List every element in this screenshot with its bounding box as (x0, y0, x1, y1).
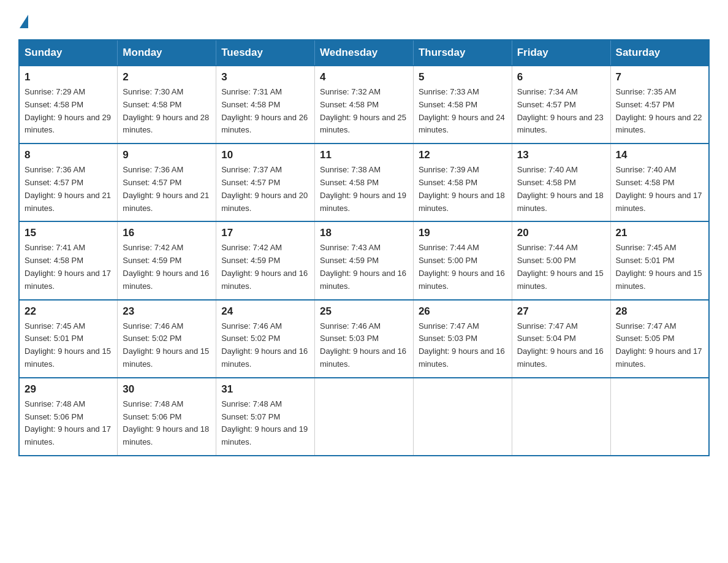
calendar-header-row: SundayMondayTuesdayWednesdayThursdayFrid… (19, 40, 709, 66)
day-number: 20 (517, 227, 605, 239)
calendar-cell: 19 Sunrise: 7:44 AM Sunset: 5:00 PM Dayl… (413, 221, 512, 299)
calendar-cell: 24 Sunrise: 7:46 AM Sunset: 5:02 PM Dayl… (216, 300, 315, 378)
day-number: 15 (25, 227, 112, 239)
day-number: 23 (123, 305, 211, 318)
day-info: Sunrise: 7:40 AM Sunset: 4:58 PM Dayligh… (517, 164, 605, 215)
weekday-header-friday: Friday (512, 40, 610, 66)
day-info: Sunrise: 7:39 AM Sunset: 4:58 PM Dayligh… (419, 164, 507, 215)
calendar-cell: 17 Sunrise: 7:42 AM Sunset: 4:59 PM Dayl… (216, 221, 315, 299)
day-number: 11 (320, 149, 408, 161)
day-info: Sunrise: 7:34 AM Sunset: 4:57 PM Dayligh… (517, 86, 605, 137)
weekday-header-thursday: Thursday (413, 40, 512, 66)
day-info: Sunrise: 7:44 AM Sunset: 5:00 PM Dayligh… (419, 242, 507, 293)
day-info: Sunrise: 7:37 AM Sunset: 4:57 PM Dayligh… (221, 164, 309, 215)
day-info: Sunrise: 7:30 AM Sunset: 4:58 PM Dayligh… (123, 86, 211, 137)
day-number: 8 (25, 149, 112, 161)
logo-triangle-icon (20, 15, 28, 28)
day-number: 5 (419, 71, 507, 83)
calendar-cell: 7 Sunrise: 7:35 AM Sunset: 4:57 PM Dayli… (610, 66, 709, 144)
day-info: Sunrise: 7:33 AM Sunset: 4:58 PM Dayligh… (419, 86, 507, 137)
calendar-cell: 30 Sunrise: 7:48 AM Sunset: 5:06 PM Dayl… (118, 378, 216, 456)
day-info: Sunrise: 7:42 AM Sunset: 4:59 PM Dayligh… (123, 242, 211, 293)
day-info: Sunrise: 7:35 AM Sunset: 4:57 PM Dayligh… (616, 86, 703, 137)
day-info: Sunrise: 7:36 AM Sunset: 4:57 PM Dayligh… (123, 164, 211, 215)
day-number: 6 (517, 71, 605, 83)
day-info: Sunrise: 7:29 AM Sunset: 4:58 PM Dayligh… (25, 86, 112, 137)
calendar-cell: 14 Sunrise: 7:40 AM Sunset: 4:58 PM Dayl… (610, 144, 709, 221)
calendar-cell: 4 Sunrise: 7:32 AM Sunset: 4:58 PM Dayli… (315, 66, 414, 144)
day-number: 7 (616, 71, 703, 83)
weekday-header-monday: Monday (118, 40, 216, 66)
day-info: Sunrise: 7:41 AM Sunset: 4:58 PM Dayligh… (25, 242, 112, 293)
calendar-cell: 20 Sunrise: 7:44 AM Sunset: 5:00 PM Dayl… (512, 221, 610, 299)
day-info: Sunrise: 7:36 AM Sunset: 4:57 PM Dayligh… (25, 164, 112, 215)
day-info: Sunrise: 7:42 AM Sunset: 4:59 PM Dayligh… (221, 242, 309, 293)
calendar-cell (413, 378, 512, 456)
calendar-table: SundayMondayTuesdayWednesdayThursdayFrid… (18, 39, 710, 456)
calendar-cell: 31 Sunrise: 7:48 AM Sunset: 5:07 PM Dayl… (216, 378, 315, 456)
day-number: 27 (517, 305, 605, 318)
day-number: 22 (25, 305, 112, 318)
day-number: 18 (320, 227, 408, 239)
calendar-cell: 28 Sunrise: 7:47 AM Sunset: 5:05 PM Dayl… (610, 300, 709, 378)
calendar-cell: 10 Sunrise: 7:37 AM Sunset: 4:57 PM Dayl… (216, 144, 315, 221)
day-number: 24 (221, 305, 309, 318)
calendar-cell: 1 Sunrise: 7:29 AM Sunset: 4:58 PM Dayli… (19, 66, 118, 144)
day-info: Sunrise: 7:44 AM Sunset: 5:00 PM Dayligh… (517, 242, 605, 293)
day-info: Sunrise: 7:47 AM Sunset: 5:05 PM Dayligh… (616, 320, 703, 371)
day-number: 10 (221, 149, 309, 161)
calendar-week-row: 22 Sunrise: 7:45 AM Sunset: 5:01 PM Dayl… (19, 300, 709, 378)
calendar-cell: 12 Sunrise: 7:39 AM Sunset: 4:58 PM Dayl… (413, 144, 512, 221)
day-info: Sunrise: 7:45 AM Sunset: 5:01 PM Dayligh… (616, 242, 703, 293)
calendar-cell: 3 Sunrise: 7:31 AM Sunset: 4:58 PM Dayli… (216, 66, 315, 144)
day-info: Sunrise: 7:47 AM Sunset: 5:04 PM Dayligh… (517, 320, 605, 371)
calendar-cell: 13 Sunrise: 7:40 AM Sunset: 4:58 PM Dayl… (512, 144, 610, 221)
day-info: Sunrise: 7:46 AM Sunset: 5:03 PM Dayligh… (320, 320, 408, 371)
calendar-cell: 16 Sunrise: 7:42 AM Sunset: 4:59 PM Dayl… (118, 221, 216, 299)
day-number: 2 (123, 71, 211, 83)
day-number: 19 (419, 227, 507, 239)
day-number: 21 (616, 227, 703, 239)
day-number: 17 (221, 227, 309, 239)
weekday-header-wednesday: Wednesday (315, 40, 414, 66)
calendar-cell: 25 Sunrise: 7:46 AM Sunset: 5:03 PM Dayl… (315, 300, 414, 378)
day-number: 28 (616, 305, 703, 318)
calendar-cell: 18 Sunrise: 7:43 AM Sunset: 4:59 PM Dayl… (315, 221, 414, 299)
day-info: Sunrise: 7:38 AM Sunset: 4:58 PM Dayligh… (320, 164, 408, 215)
day-number: 12 (419, 149, 507, 161)
calendar-cell: 15 Sunrise: 7:41 AM Sunset: 4:58 PM Dayl… (19, 221, 118, 299)
day-number: 29 (25, 383, 112, 396)
day-info: Sunrise: 7:31 AM Sunset: 4:58 PM Dayligh… (221, 86, 309, 137)
weekday-header-sunday: Sunday (19, 40, 118, 66)
calendar-cell: 9 Sunrise: 7:36 AM Sunset: 4:57 PM Dayli… (118, 144, 216, 221)
day-info: Sunrise: 7:32 AM Sunset: 4:58 PM Dayligh… (320, 86, 408, 137)
day-number: 16 (123, 227, 211, 239)
day-number: 14 (616, 149, 703, 161)
day-info: Sunrise: 7:47 AM Sunset: 5:03 PM Dayligh… (419, 320, 507, 371)
calendar-cell: 26 Sunrise: 7:47 AM Sunset: 5:03 PM Dayl… (413, 300, 512, 378)
calendar-cell (610, 378, 709, 456)
calendar-cell: 6 Sunrise: 7:34 AM Sunset: 4:57 PM Dayli… (512, 66, 610, 144)
day-info: Sunrise: 7:43 AM Sunset: 4:59 PM Dayligh… (320, 242, 408, 293)
day-number: 31 (221, 383, 309, 396)
weekday-header-tuesday: Tuesday (216, 40, 315, 66)
day-number: 13 (517, 149, 605, 161)
calendar-cell: 22 Sunrise: 7:45 AM Sunset: 5:01 PM Dayl… (19, 300, 118, 378)
day-number: 9 (123, 149, 211, 161)
day-number: 4 (320, 71, 408, 83)
page-header (18, 12, 710, 28)
calendar-cell: 27 Sunrise: 7:47 AM Sunset: 5:04 PM Dayl… (512, 300, 610, 378)
calendar-cell (315, 378, 414, 456)
calendar-cell (512, 378, 610, 456)
calendar-cell: 5 Sunrise: 7:33 AM Sunset: 4:58 PM Dayli… (413, 66, 512, 144)
day-info: Sunrise: 7:48 AM Sunset: 5:07 PM Dayligh… (221, 398, 309, 449)
day-info: Sunrise: 7:46 AM Sunset: 5:02 PM Dayligh… (123, 320, 211, 371)
calendar-cell: 11 Sunrise: 7:38 AM Sunset: 4:58 PM Dayl… (315, 144, 414, 221)
day-number: 25 (320, 305, 408, 318)
calendar-week-row: 1 Sunrise: 7:29 AM Sunset: 4:58 PM Dayli… (19, 66, 709, 144)
day-info: Sunrise: 7:48 AM Sunset: 5:06 PM Dayligh… (123, 398, 211, 449)
calendar-cell: 21 Sunrise: 7:45 AM Sunset: 5:01 PM Dayl… (610, 221, 709, 299)
calendar-week-row: 8 Sunrise: 7:36 AM Sunset: 4:57 PM Dayli… (19, 144, 709, 221)
day-info: Sunrise: 7:45 AM Sunset: 5:01 PM Dayligh… (25, 320, 112, 371)
logo (18, 12, 28, 28)
